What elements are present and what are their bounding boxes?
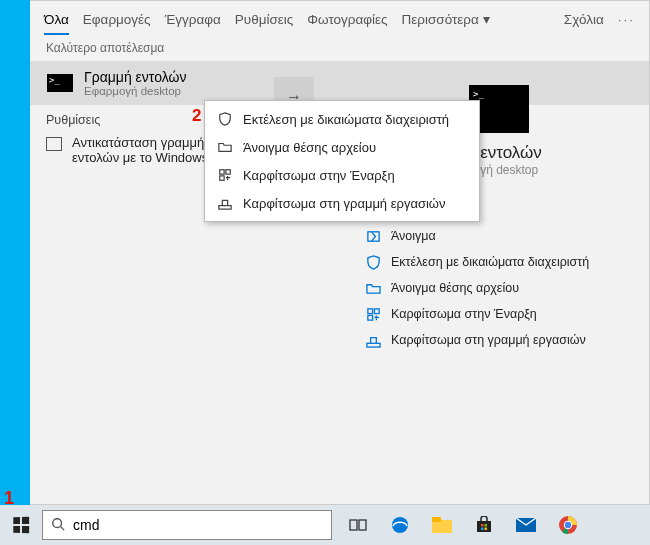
tab-apps[interactable]: Εφαρμογές [83, 12, 151, 27]
cmd-icon: >_ [46, 72, 74, 94]
pin-start-icon [217, 167, 233, 183]
annotation-1: 1 [4, 488, 14, 509]
result-subtitle: Εφαρμογή desktop [84, 85, 186, 97]
chrome-icon[interactable] [556, 513, 580, 537]
tab-more[interactable]: Περισσότερα ▾ [402, 11, 490, 27]
result-text: Γραμμή εντολών Εφαρμογή desktop [84, 69, 186, 97]
svg-rect-5 [220, 170, 224, 174]
tab-all[interactable]: Όλα [44, 12, 69, 35]
pin-taskbar-icon [217, 195, 233, 211]
svg-rect-11 [359, 520, 366, 530]
pin-taskbar-icon [365, 332, 381, 348]
ctx-run-admin[interactable]: Εκτέλεση με δικαιώματα διαχειριστή [205, 105, 479, 133]
svg-rect-7 [220, 176, 224, 180]
search-box[interactable] [42, 510, 332, 540]
action-pin-start[interactable]: Καρφίτσωμα στην Έναρξη [359, 301, 639, 327]
svg-rect-4 [366, 343, 379, 347]
pin-start-icon [365, 306, 381, 322]
tab-overflow[interactable]: ··· [618, 12, 635, 27]
svg-point-9 [53, 518, 62, 527]
tab-comments[interactable]: Σχόλια [564, 12, 604, 27]
tab-photos[interactable]: Φωτογραφίες [307, 12, 387, 27]
shield-icon [217, 111, 233, 127]
detail-actions: Άνοιγμα Εκτέλεση με δικαιώματα διαχειρισ… [359, 223, 639, 353]
ctx-open-location[interactable]: Άνοιγμα θέσης αρχείου [205, 133, 479, 161]
svg-rect-6 [226, 170, 230, 174]
open-icon [365, 228, 381, 244]
search-input[interactable] [73, 517, 323, 533]
svg-rect-16 [481, 524, 484, 527]
ctx-pin-taskbar[interactable]: Καρφίτσωμα στη γραμμή εργασιών [205, 189, 479, 217]
context-menu: Εκτέλεση με δικαιώματα διαχειριστή Άνοιγ… [204, 100, 480, 222]
action-open-location[interactable]: Άνοιγμα θέσης αρχείου [359, 275, 639, 301]
store-icon[interactable] [472, 513, 496, 537]
taskbar-icons [346, 513, 580, 537]
svg-point-23 [565, 522, 571, 528]
monitor-icon [46, 137, 62, 151]
taskbar [0, 505, 650, 545]
windows-icon [13, 517, 29, 533]
annotation-2: 2 [192, 106, 201, 126]
action-open[interactable]: Άνοιγμα [359, 223, 639, 249]
svg-rect-14 [432, 517, 441, 522]
explorer-icon[interactable] [430, 513, 454, 537]
action-run-admin[interactable]: Εκτέλεση με δικαιώματα διαχειριστή [359, 249, 639, 275]
svg-rect-17 [485, 524, 488, 527]
svg-rect-15 [477, 521, 491, 532]
svg-rect-2 [374, 308, 379, 313]
folder-icon [217, 139, 233, 155]
ctx-pin-start[interactable]: Καρφίτσωμα στην Έναρξη [205, 161, 479, 189]
search-icon [51, 517, 65, 534]
filter-tabs: Όλα Εφαρμογές Έγγραφα Ρυθμίσεις Φωτογραφ… [30, 1, 649, 35]
mail-icon[interactable] [514, 513, 538, 537]
start-button[interactable] [0, 505, 42, 545]
result-title: Γραμμή εντολών [84, 69, 186, 85]
accent-bar [0, 0, 30, 545]
svg-rect-18 [481, 528, 484, 531]
taskview-icon[interactable] [346, 513, 370, 537]
tab-settings[interactable]: Ρυθμίσεις [235, 12, 294, 27]
edge-icon[interactable] [388, 513, 412, 537]
svg-rect-8 [219, 206, 231, 210]
svg-rect-1 [367, 308, 372, 313]
folder-icon [365, 280, 381, 296]
action-pin-taskbar[interactable]: Καρφίτσωμα στη γραμμή εργασιών [359, 327, 639, 353]
svg-rect-10 [350, 520, 357, 530]
svg-rect-3 [367, 315, 372, 320]
section-best-match: Καλύτερο αποτέλεσμα [30, 35, 649, 61]
tab-docs[interactable]: Έγγραφα [165, 12, 221, 27]
search-panel: Όλα Εφαρμογές Έγγραφα Ρυθμίσεις Φωτογραφ… [30, 0, 650, 505]
shield-icon [365, 254, 381, 270]
svg-rect-19 [485, 528, 488, 531]
